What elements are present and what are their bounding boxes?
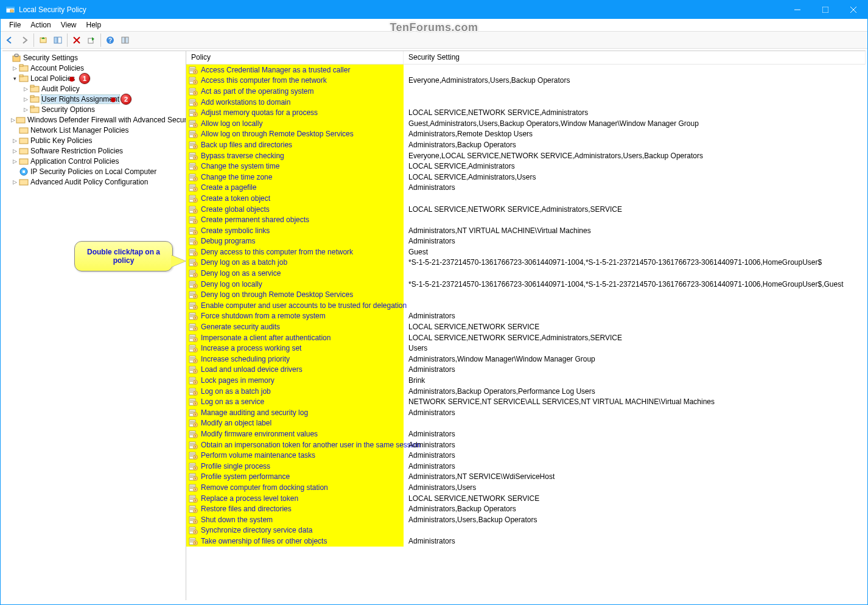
- policy-row[interactable]: Create a pagefileAdministrators: [186, 183, 866, 194]
- app-icon: [5, 5, 15, 15]
- policy-icon: [189, 290, 198, 299]
- policy-row[interactable]: Impersonate a client after authenticatio…: [186, 332, 866, 343]
- tree-application-control[interactable]: ▷ Application Control Policies: [2, 156, 186, 166]
- policy-row[interactable]: Replace a process level tokenLOCAL SERVI…: [186, 493, 866, 504]
- policy-row[interactable]: Change the system timeLOCAL SERVICE,Admi…: [186, 161, 866, 172]
- menu-help[interactable]: Help: [82, 19, 107, 30]
- tree-windows-defender-firewall[interactable]: ▷ Windows Defender Firewall with Advance…: [2, 114, 186, 125]
- tree-security-options[interactable]: ▷ Security Options: [2, 104, 186, 114]
- expand-icon[interactable]: ▷: [22, 86, 29, 92]
- list-pane[interactable]: ▴ Policy Security Setting Access Credent…: [186, 51, 866, 600]
- svg-rect-94: [190, 167, 193, 167]
- policy-row[interactable]: Shut down the systemAdministrators,Users…: [186, 514, 866, 525]
- policy-row[interactable]: Create global objectsLOCAL SERVICE,NETWO…: [186, 204, 866, 215]
- tree-network-list-manager[interactable]: Network List Manager Policies: [2, 125, 186, 135]
- policy-row[interactable]: Deny log on through Remote Desktop Servi…: [186, 289, 866, 300]
- column-header-policy[interactable]: Policy: [186, 51, 404, 64]
- policy-row[interactable]: Create a token object: [186, 193, 866, 204]
- maximize-button[interactable]: [811, 1, 839, 19]
- minimize-button[interactable]: [783, 1, 811, 19]
- policy-row[interactable]: Profile system performanceAdministrators…: [186, 472, 866, 483]
- policy-row[interactable]: Add workstations to domain: [186, 97, 866, 108]
- tree-root[interactable]: Security Settings: [2, 52, 186, 63]
- policy-row[interactable]: Remove computer from docking stationAdmi…: [186, 482, 866, 493]
- folder-icon: [19, 177, 29, 187]
- policy-row[interactable]: Access this computer from the networkEve…: [186, 75, 866, 86]
- tree-user-rights-assignment[interactable]: ▷ User Rights Assignment: [2, 94, 186, 104]
- policy-row[interactable]: Restore files and directoriesAdministrat…: [186, 503, 866, 514]
- properties-button[interactable]: [118, 33, 131, 47]
- svg-rect-8: [54, 37, 57, 43]
- up-button[interactable]: [37, 33, 50, 47]
- expand-icon[interactable]: ▷: [11, 117, 15, 123]
- expand-icon[interactable]: ▷: [22, 96, 29, 102]
- tree-advanced-audit[interactable]: ▷ Advanced Audit Policy Configuration: [2, 177, 186, 187]
- delete-button[interactable]: [70, 33, 83, 47]
- expand-icon[interactable]: ▷: [22, 107, 29, 113]
- policy-row[interactable]: Debug programsAdministrators: [186, 236, 866, 247]
- expand-icon[interactable]: ▷: [11, 65, 18, 71]
- expand-icon[interactable]: ▷: [11, 138, 18, 144]
- policy-row[interactable]: Deny access to this computer from the ne…: [186, 247, 866, 257]
- menu-view[interactable]: View: [56, 19, 82, 30]
- forward-button[interactable]: [18, 33, 31, 47]
- menu-file[interactable]: File: [4, 19, 26, 30]
- titlebar[interactable]: Local Security Policy: [1, 1, 867, 19]
- back-button[interactable]: [3, 33, 16, 47]
- policy-row[interactable]: Allow log on locallyGuest,Administrators…: [186, 118, 866, 129]
- policy-row[interactable]: Synchronize directory service data: [186, 525, 866, 536]
- export-button[interactable]: [85, 33, 98, 47]
- column-header-setting[interactable]: Security Setting: [404, 51, 866, 64]
- policy-row[interactable]: Force shutdown from a remote systemAdmin…: [186, 311, 866, 322]
- policy-row[interactable]: Create permanent shared objects: [186, 214, 866, 225]
- policy-row[interactable]: Log on as a serviceNETWORK SERVICE,NT SE…: [186, 396, 866, 407]
- policy-row[interactable]: Bypass traverse checkingEveryone,LOCAL S…: [186, 150, 866, 161]
- tree-software-restriction[interactable]: ▷ Software Restriction Policies: [2, 145, 186, 156]
- svg-rect-29: [16, 117, 25, 123]
- policy-row[interactable]: Deny log on as a batch job*S-1-5-21-2372…: [186, 257, 866, 268]
- policy-row[interactable]: Allow log on through Remote Desktop Serv…: [186, 129, 866, 140]
- policy-row[interactable]: Generate security auditsLOCAL SERVICE,NE…: [186, 321, 866, 332]
- policy-row[interactable]: Modify firmware environment valuesAdmini…: [186, 428, 866, 439]
- tree-ip-security[interactable]: IP Security Policies on Local Computer: [2, 166, 186, 177]
- policy-row[interactable]: Enable computer and user accounts to be …: [186, 300, 866, 311]
- policy-icon: [189, 483, 198, 492]
- policy-row[interactable]: Access Credential Manager as a trusted c…: [186, 65, 866, 75]
- tree-pane[interactable]: Security Settings ▷ Account Policies ▾ L…: [2, 51, 186, 600]
- policy-row[interactable]: Create symbolic linksAdministrators,NT V…: [186, 225, 866, 236]
- svg-rect-154: [190, 274, 193, 275]
- help-button[interactable]: ?: [103, 33, 117, 47]
- policy-row[interactable]: Increase scheduling priorityAdministrato…: [186, 354, 866, 365]
- policy-row[interactable]: Obtain an impersonation token for anothe…: [186, 439, 866, 450]
- policy-row[interactable]: Modify an object label: [186, 418, 866, 429]
- policy-row[interactable]: Deny log on locally*S-1-5-21-237214570-1…: [186, 279, 866, 290]
- expand-icon[interactable]: ▷: [11, 179, 18, 185]
- menu-action[interactable]: Action: [26, 19, 55, 30]
- expand-icon[interactable]: ▷: [11, 158, 18, 164]
- collapse-icon[interactable]: ▾: [11, 75, 18, 82]
- policy-row[interactable]: Lock pages in memoryBrink: [186, 375, 866, 386]
- policy-cell: Force shutdown from a remote system: [186, 311, 404, 322]
- tree-account-policies[interactable]: ▷ Account Policies: [2, 63, 186, 73]
- svg-rect-244: [190, 435, 193, 435]
- policy-row[interactable]: Change the time zoneLOCAL SERVICE,Admini…: [186, 172, 866, 183]
- tree-public-key-policies[interactable]: ▷ Public Key Policies: [2, 135, 186, 145]
- policy-row[interactable]: Log on as a batch jobAdministrators,Back…: [186, 386, 866, 397]
- policy-row[interactable]: Take ownership of files or other objects…: [186, 536, 866, 547]
- policy-row[interactable]: Back up files and directoriesAdministrat…: [186, 139, 866, 150]
- policy-icon: [189, 430, 198, 438]
- tree-local-policies[interactable]: ▾ Local Policies: [2, 73, 186, 83]
- policy-row[interactable]: Deny log on as a service: [186, 268, 866, 279]
- policy-row[interactable]: Profile single processAdministrators: [186, 461, 866, 472]
- policy-row[interactable]: Manage auditing and security logAdminist…: [186, 407, 866, 418]
- policy-row[interactable]: Act as part of the operating system: [186, 86, 866, 97]
- policy-row[interactable]: Adjust memory quotas for a processLOCAL …: [186, 107, 866, 118]
- close-button[interactable]: [839, 1, 867, 19]
- show-hide-tree-button[interactable]: [51, 33, 65, 47]
- policy-row[interactable]: Increase a process working setUsers: [186, 343, 866, 354]
- policy-row[interactable]: Perform volume maintenance tasksAdminist…: [186, 450, 866, 461]
- expand-icon[interactable]: ▷: [11, 148, 18, 154]
- policy-row[interactable]: Load and unload device driversAdministra…: [186, 365, 866, 376]
- tree-audit-policy[interactable]: ▷ Audit Policy: [2, 83, 186, 94]
- svg-rect-280: [190, 499, 193, 500]
